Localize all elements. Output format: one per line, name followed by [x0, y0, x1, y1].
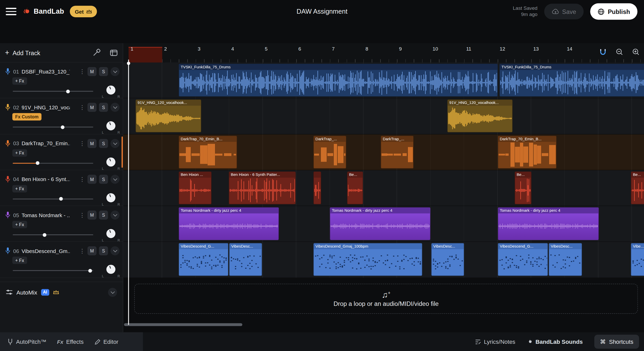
timeline-ruler[interactable]: 1234567891011121314	[123, 43, 644, 62]
zoom-in-icon[interactable]	[631, 47, 641, 57]
audio-clip[interactable]: VibesDescend_G...	[179, 243, 228, 276]
automix-expand-button[interactable]	[108, 288, 117, 297]
volume-slider[interactable]	[13, 125, 93, 130]
editor-button[interactable]: Editor	[94, 338, 118, 345]
pan-knob[interactable]	[106, 229, 115, 238]
audio-clip[interactable]: TVSKI_FunkDilla_75_Drums	[179, 64, 498, 97]
track-menu-button[interactable]: ⋮	[79, 212, 85, 218]
track-expand-button[interactable]	[111, 175, 120, 184]
solo-button[interactable]: S	[99, 139, 108, 148]
audio-clip[interactable]: VibesDescend_Gmaj_100bpm	[313, 243, 422, 276]
audio-clip[interactable]: Be...	[631, 172, 644, 205]
loop-browser-icon[interactable]	[110, 48, 118, 57]
slider-knob[interactable]	[43, 233, 46, 237]
publish-button[interactable]: Publish	[590, 3, 638, 20]
fx-button[interactable]: + Fx	[12, 77, 27, 85]
zoom-out-icon[interactable]	[614, 47, 624, 57]
volume-slider[interactable]	[13, 161, 93, 166]
mute-button[interactable]: M	[88, 139, 97, 148]
shortcuts-button[interactable]: ⌘ Shortcuts	[594, 335, 639, 349]
volume-slider[interactable]	[13, 268, 93, 273]
dropzone[interactable]: ♫+ Drop a loop or an audio/MIDI/video fi…	[134, 284, 638, 314]
audio-clip[interactable]: VibesDesc...	[431, 243, 464, 276]
lyrics-notes-button[interactable]: Lyrics/Notes	[475, 338, 515, 345]
pan-knob[interactable]	[106, 157, 115, 166]
audio-clip[interactable]: Ben Hixon ...	[179, 172, 212, 205]
slider-knob[interactable]	[61, 125, 64, 129]
audio-clip[interactable]: DarkTrap_...	[381, 136, 414, 169]
audio-clip[interactable]: DarkTrap_70_Emin_B...	[179, 136, 237, 169]
fx-button[interactable]: + Fx	[12, 257, 27, 264]
fx-button[interactable]: + Fx	[12, 185, 27, 192]
solo-button[interactable]: S	[99, 103, 108, 112]
audio-clip[interactable]: DarkTrap_...	[313, 136, 346, 169]
track-row[interactable]: 03DarkTrap_70_Emin...⋮MS+ FxLR	[0, 134, 123, 170]
pan-knob[interactable]	[106, 193, 115, 202]
track-row[interactable]: 01DSBF_Rua23_120_T...⋮MS+ FxLR	[0, 62, 123, 98]
mute-button[interactable]: M	[88, 175, 97, 184]
fx-button[interactable]: + Fx	[12, 149, 27, 157]
audio-clip[interactable]: Tomas Nordmark - dirty jazz perc 4	[330, 207, 430, 240]
track-expand-button[interactable]	[111, 211, 120, 220]
audio-clip[interactable]: TVSKI_FunkDilla_75_Drums	[499, 64, 644, 97]
mute-button[interactable]: M	[88, 247, 97, 256]
track-menu-button[interactable]: ⋮	[79, 176, 85, 183]
track-expand-button[interactable]	[111, 247, 120, 256]
audio-clip[interactable]: Tomas Nordmark - dirty jazz perc 4	[179, 207, 279, 240]
bandlab-sounds-button[interactable]: BandLab Sounds	[527, 338, 583, 345]
slider-knob[interactable]	[66, 89, 70, 93]
get-button[interactable]: Get	[70, 6, 97, 17]
fx-custom-badge[interactable]: Fx Custom	[12, 113, 41, 121]
track-row[interactable]: 05Tomas Nordmark - ...⋮MS+ FxLR	[0, 206, 123, 242]
audio-clip[interactable]: 91V_HNG_120_vocalhook...	[135, 100, 201, 133]
track-menu-button[interactable]: ⋮	[79, 68, 85, 75]
volume-slider[interactable]	[13, 197, 93, 201]
track-expand-button[interactable]	[111, 139, 120, 148]
save-button[interactable]: Save	[544, 4, 583, 19]
solo-button[interactable]: S	[99, 67, 108, 76]
menu-icon[interactable]	[6, 8, 16, 15]
track-row[interactable]: 06VibesDescend_Gm...⋮MS+ FxLR	[0, 242, 123, 278]
track-row[interactable]: 04Ben Hixon - 6 Synt...⋮MS+ FxLR	[0, 170, 123, 206]
playhead[interactable]	[128, 60, 129, 325]
solo-button[interactable]: S	[99, 247, 108, 256]
audio-clip[interactable]: Ben Hixon - 6 Synth Patter...	[229, 172, 296, 205]
audio-clip[interactable]: VibesDescend_G...	[498, 243, 548, 276]
track-expand-button[interactable]	[111, 67, 120, 76]
solo-button[interactable]: S	[99, 211, 108, 220]
fx-button[interactable]: + Fx	[12, 221, 27, 228]
audio-clip[interactable]: DarkTrap_70_Emin_B...	[498, 136, 556, 169]
slider-knob[interactable]	[59, 197, 63, 201]
solo-button[interactable]: S	[99, 175, 108, 184]
instrument-cable-icon[interactable]	[92, 48, 101, 57]
slider-knob[interactable]	[88, 269, 92, 273]
pan-knob[interactable]	[106, 121, 115, 130]
track-expand-button[interactable]	[111, 103, 120, 112]
pan-knob[interactable]	[106, 265, 115, 274]
volume-slider[interactable]	[13, 232, 93, 237]
audio-clip[interactable]: Tomas Nordmark - dirty jazz perc 4	[498, 207, 599, 240]
pan-knob[interactable]	[106, 86, 115, 95]
audio-clip[interactable]	[313, 172, 321, 205]
autopitch-button[interactable]: AutoPitch™	[7, 338, 46, 345]
audio-clip[interactable]: VibesDesc...	[549, 243, 582, 276]
mute-button[interactable]: M	[88, 67, 97, 76]
track-menu-button[interactable]: ⋮	[79, 104, 85, 111]
snap-magnet-icon[interactable]	[598, 47, 608, 57]
track-menu-button[interactable]: ⋮	[79, 140, 85, 147]
audio-clip[interactable]: Be...	[515, 172, 531, 205]
add-track-button[interactable]: + Add Track	[5, 49, 40, 56]
track-menu-button[interactable]: ⋮	[79, 248, 85, 255]
bandlab-logo[interactable]: BandLab	[22, 7, 64, 16]
track-row[interactable]: 0291V_HNG_120_voca...⋮MSFx CustomLR	[0, 99, 123, 134]
mute-button[interactable]: M	[88, 103, 97, 112]
volume-slider[interactable]	[13, 89, 93, 94]
audio-clip[interactable]: Be...	[347, 172, 363, 205]
audio-clip[interactable]: Vibe...	[631, 243, 644, 276]
horizontal-scrollbar[interactable]	[124, 323, 242, 326]
audio-clip[interactable]: VibesDesc...	[229, 243, 262, 276]
effects-button[interactable]: Fx Effects	[57, 338, 84, 345]
mute-button[interactable]: M	[88, 211, 97, 220]
slider-knob[interactable]	[36, 161, 39, 165]
loop-region[interactable]	[129, 47, 162, 63]
